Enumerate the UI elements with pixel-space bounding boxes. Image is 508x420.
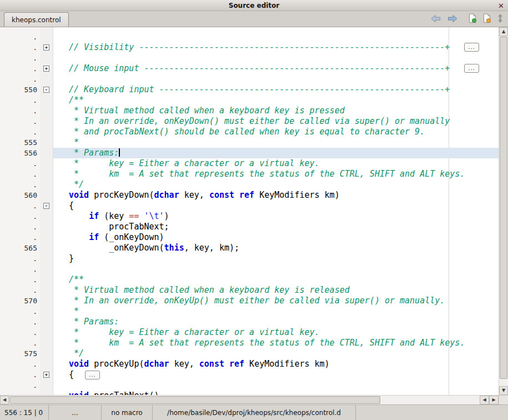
- code-line: .void procKeyUp(dchar key, const ref Key…: [0, 359, 499, 369]
- line-number: .: [0, 222, 40, 232]
- code-text[interactable]: // Mouse input -------------------------…: [53, 63, 499, 74]
- code-text[interactable]: void procTabNext(): [53, 391, 499, 395]
- line-number: .: [0, 285, 40, 296]
- code-token: void: [69, 391, 89, 395]
- code-line: . * Virtual method called when a keyboar…: [0, 285, 499, 296]
- fold-cell: [40, 53, 53, 63]
- code-text[interactable]: if (_onKeyDown): [53, 232, 499, 243]
- horizontal-scrollbar-thumb[interactable]: [9, 396, 380, 404]
- code-line: .: [0, 264, 499, 274]
- code-text[interactable]: *: [53, 306, 499, 317]
- code-text[interactable]: * key = Either a character or a virtual …: [53, 158, 499, 169]
- code-line: . * In an override, onKeyDown() must eit…: [0, 116, 499, 127]
- code-token: (key: [99, 211, 129, 221]
- scroll-up-icon[interactable]: ▲: [499, 27, 508, 36]
- editor-area[interactable]: ..+// Visibility -----------------------…: [0, 27, 499, 395]
- go-forward-button[interactable]: [447, 14, 458, 23]
- code-text[interactable]: {...: [53, 369, 499, 380]
- code-text[interactable]: /**: [53, 95, 499, 106]
- vertical-scrollbar[interactable]: ▲ ▼: [499, 27, 508, 395]
- fold-toggle-icon[interactable]: -: [43, 87, 49, 93]
- code-token: procTabNext;: [69, 222, 169, 232]
- code-text[interactable]: procTabNext;: [53, 222, 499, 232]
- fold-cell: [40, 338, 53, 348]
- code-text[interactable]: [53, 74, 499, 84]
- code-text[interactable]: *: [53, 137, 499, 148]
- go-back-icon: [430, 14, 441, 23]
- code-token: ): [164, 211, 169, 221]
- code-text[interactable]: * Params:: [53, 317, 499, 327]
- code-text[interactable]: * Params:: [53, 148, 499, 158]
- fold-ellipsis-button[interactable]: ...: [464, 43, 479, 52]
- line-number: .: [0, 42, 40, 53]
- line-number: .: [0, 391, 40, 395]
- code-text[interactable]: _onKeyDown(this, key, km);: [53, 243, 499, 253]
- code-text[interactable]: [53, 380, 499, 391]
- code-text[interactable]: * In an override, onKeyDown() must eithe…: [53, 116, 499, 127]
- document-state-button-2[interactable]: [482, 13, 491, 23]
- text-cursor: [119, 148, 120, 157]
- code-token: {: [69, 369, 74, 379]
- code-text[interactable]: * In an override, onKeyUp() must either …: [53, 296, 499, 306]
- code-token: '\t': [144, 211, 164, 221]
- document-state-button-1[interactable]: [468, 13, 477, 23]
- code-text[interactable]: // Keyboard input ----------------------…: [53, 84, 499, 95]
- fold-ellipsis-button[interactable]: ...: [464, 64, 479, 73]
- line-number: 555: [0, 137, 40, 148]
- code-text[interactable]: [53, 264, 499, 274]
- code-text[interactable]: * km = A set that represents the status …: [53, 338, 499, 348]
- code-text[interactable]: }: [53, 253, 499, 264]
- fold-ellipsis-button[interactable]: ...: [85, 371, 100, 379]
- code-text[interactable]: * Virtual method called when a keyboard …: [53, 285, 499, 296]
- line-number: .: [0, 264, 40, 274]
- line-number: .: [0, 127, 40, 137]
- line-number: .: [0, 338, 40, 348]
- code-text[interactable]: * Virtual method called when a keyboard …: [53, 106, 499, 116]
- code-text[interactable]: void procKeyUp(dchar key, const ref KeyM…: [53, 359, 499, 369]
- line-number: 560: [0, 190, 40, 201]
- code-text[interactable]: [53, 53, 499, 63]
- code-line: . * key = Either a character or a virtua…: [0, 158, 499, 169]
- code-token: * key = Either a character or a virtual …: [69, 327, 320, 337]
- fold-cell: [40, 348, 53, 359]
- code-text[interactable]: [53, 32, 499, 42]
- code-token: this: [164, 243, 184, 253]
- line-number: .: [0, 169, 40, 179]
- code-token: const: [199, 359, 224, 369]
- scroll-right-icon[interactable]: ▶: [489, 396, 499, 404]
- code-text[interactable]: /**: [53, 274, 499, 285]
- tab-kheops-control[interactable]: kheops.control: [4, 12, 69, 27]
- horizontal-scrollbar[interactable]: ◀ ◀ ▶: [0, 395, 499, 404]
- code-text[interactable]: * and procTabNext() should be called whe…: [53, 127, 499, 137]
- fold-cell: [40, 296, 53, 306]
- code-text[interactable]: {: [53, 201, 499, 211]
- code-text[interactable]: * key = Either a character or a virtual …: [53, 327, 499, 338]
- code-text[interactable]: void procKeyDown(dchar key, const ref Ke…: [53, 190, 499, 201]
- line-number: .: [0, 74, 40, 84]
- code-text[interactable]: * km = A set that represents the status …: [53, 169, 499, 179]
- fold-toggle-icon[interactable]: +: [43, 66, 49, 72]
- line-number: .: [0, 232, 40, 243]
- code-token: * and procTabNext() should be called whe…: [69, 127, 425, 137]
- scroll-left-icon[interactable]: ◀: [480, 396, 489, 404]
- scroll-left-icon[interactable]: ◀: [0, 396, 9, 404]
- vertical-scrollbar-thumb[interactable]: [500, 37, 507, 379]
- fold-toggle-icon[interactable]: -: [43, 203, 49, 209]
- code-text[interactable]: // Visibility --------------------------…: [53, 42, 499, 53]
- code-token: * Params:: [69, 148, 119, 158]
- go-back-button[interactable]: [430, 14, 441, 23]
- code-token: [224, 359, 229, 369]
- code-line: . */: [0, 179, 499, 190]
- fold-cell: [40, 32, 53, 42]
- detach-button[interactable]: [497, 14, 504, 23]
- code-line: .: [0, 53, 499, 63]
- code-text[interactable]: if (key == '\t'): [53, 211, 499, 222]
- fold-cell: [40, 359, 53, 369]
- fold-toggle-icon[interactable]: +: [43, 372, 49, 378]
- close-icon[interactable]: ✕: [498, 2, 504, 9]
- horizontal-scroll-buttons: ◀ ▶: [480, 396, 499, 404]
- scroll-down-icon[interactable]: ▼: [499, 386, 508, 395]
- code-text[interactable]: */: [53, 348, 499, 359]
- fold-toggle-icon[interactable]: +: [43, 44, 49, 51]
- code-text[interactable]: */: [53, 179, 499, 190]
